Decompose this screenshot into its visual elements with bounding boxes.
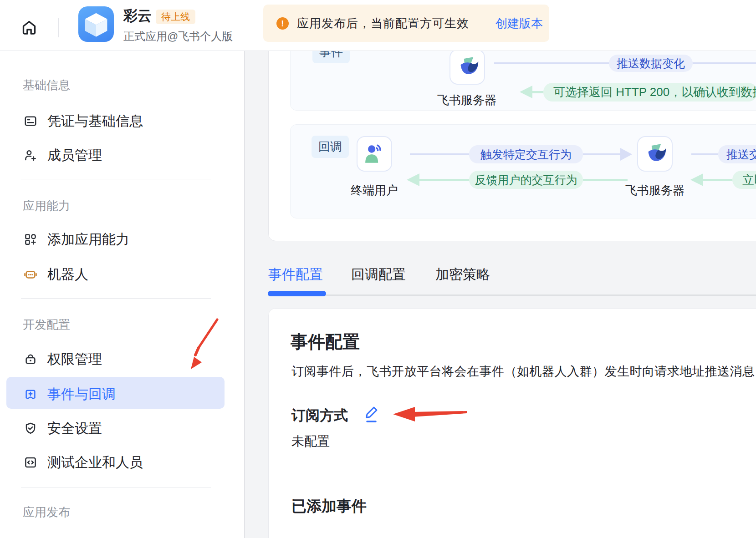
shield-check-icon <box>24 421 37 435</box>
sidebar-item-add-capability[interactable]: 添加应用能力 <box>24 231 129 248</box>
section-description: 订阅事件后，飞书开放平台将会在事件（如机器人入群）发生时向请求地址推送消息 <box>291 363 755 380</box>
feishu-server-label-2: 飞书服务器 <box>618 183 692 198</box>
sidebar-item-label: 权限管理 <box>47 350 102 369</box>
sidebar-item-security[interactable]: 安全设置 <box>24 420 102 436</box>
status-badge: 待上线 <box>156 10 195 24</box>
ack-connector-line <box>531 91 544 93</box>
subscription-label: 订阅方式 <box>291 406 348 425</box>
sidebar-item-credentials[interactable]: 凭证与基础信息 <box>24 113 143 129</box>
header-divider <box>58 18 59 37</box>
sidebar-item-label: 安全设置 <box>47 419 102 438</box>
sidebar-item-test-company[interactable]: 测试企业和人员 <box>24 454 143 471</box>
sidebar-item-label: 添加应用能力 <box>47 230 129 249</box>
sidebar-item-label: 成员管理 <box>47 146 102 165</box>
sidebar-item-events-callbacks[interactable]: 事件与回调 <box>24 386 116 402</box>
sidebar-divider <box>21 179 211 179</box>
sidebar-section-basic-info: 基础信息 <box>23 77 70 93</box>
callback-row-badge: 回调 <box>312 136 349 158</box>
code-icon <box>24 456 37 469</box>
end-user-label: 终端用户 <box>337 183 412 198</box>
robot-icon <box>24 268 37 281</box>
sidebar-item-permissions[interactable]: 权限管理 <box>24 351 102 367</box>
feedback-pill: 反馈用户的交互行为 <box>469 171 583 189</box>
sidebar-item-members[interactable]: 成员管理 <box>24 147 102 163</box>
trigger-connector-line2 <box>583 153 620 155</box>
push-data-pill: 推送数据变化 <box>609 55 693 72</box>
top-header: 彩云 待上线 正式应用@飞书个人版 ! 应用发布后，当前配置方可生效 创建版本 <box>0 0 756 51</box>
active-tab-indicator <box>268 291 326 296</box>
create-version-link[interactable]: 创建版本 <box>495 15 543 31</box>
sidebar: 基础信息 凭证与基础信息 成员管理 应用能力 添加应用能力 <box>0 51 245 538</box>
sidebar-item-label: 事件与回调 <box>47 385 116 404</box>
http-ack-pill: 可选择返回 HTTP 200，以确认收到数据 <box>543 83 756 102</box>
trigger-connector-line <box>410 153 469 155</box>
subscription-value: 未配置 <box>291 433 330 450</box>
tab-event-config[interactable]: 事件配置 <box>268 265 323 284</box>
lock-icon <box>24 352 37 366</box>
grid-plus-icon <box>24 233 37 246</box>
home-icon[interactable] <box>20 18 38 36</box>
sidebar-item-label: 机器人 <box>47 265 88 284</box>
sidebar-item-bot[interactable]: 机器人 <box>24 266 88 283</box>
tab-encrypt-strategy[interactable]: 加密策略 <box>435 265 490 284</box>
end-user-icon <box>357 136 392 172</box>
reply-pill-truncated: 立即 <box>732 171 756 189</box>
sidebar-item-label: 测试企业和人员 <box>47 453 143 472</box>
sidebar-section-dev-config: 开发配置 <box>23 317 70 333</box>
warning-icon: ! <box>276 17 289 30</box>
tab-strip-line <box>268 294 756 296</box>
feishu-server-label: 飞书服务器 <box>430 92 503 108</box>
push2-pill-truncated: 推送交 <box>718 145 756 163</box>
app-name: 彩云 <box>123 8 152 24</box>
push2-connector-line <box>691 153 720 155</box>
member-add-icon <box>24 148 37 162</box>
feishu-server-icon-2 <box>637 136 673 172</box>
trigger-arrowhead-icon <box>620 148 632 161</box>
sidebar-divider <box>21 487 211 487</box>
app-subtitle: 正式应用@飞书个人版 <box>123 29 233 44</box>
publish-notice-banner: ! 应用发布后，当前配置方可生效 创建版本 <box>263 5 549 42</box>
sidebar-section-app-release: 应用发布 <box>23 504 70 520</box>
trigger-pill: 触发特定交互行为 <box>469 145 583 163</box>
added-events-title: 已添加事件 <box>291 496 367 517</box>
section-title: 事件配置 <box>291 330 360 354</box>
reply-connector-line <box>701 179 733 181</box>
feedback-connector-line <box>418 179 470 181</box>
feishu-server-icon <box>450 49 485 85</box>
app-logo-icon <box>78 6 114 42</box>
sidebar-item-label: 凭证与基础信息 <box>47 112 143 131</box>
event-callback-icon <box>24 387 37 401</box>
feedback-connector-line2 <box>583 179 628 181</box>
tab-callback-config[interactable]: 回调配置 <box>351 265 406 284</box>
sidebar-section-capabilities: 应用能力 <box>23 198 70 214</box>
id-card-icon <box>24 114 37 128</box>
banner-text: 应用发布后，当前配置方可生效 <box>297 15 469 31</box>
edit-subscription-icon[interactable] <box>363 404 380 424</box>
sidebar-divider <box>21 298 211 299</box>
